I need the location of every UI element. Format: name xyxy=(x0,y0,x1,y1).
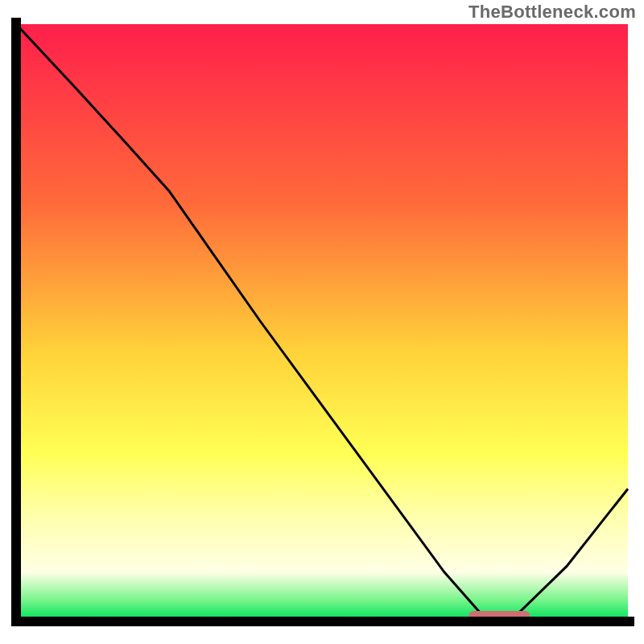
plot-background xyxy=(16,24,628,620)
chart-stage: TheBottleneck.com xyxy=(0,0,644,644)
bottleneck-chart xyxy=(0,0,644,644)
